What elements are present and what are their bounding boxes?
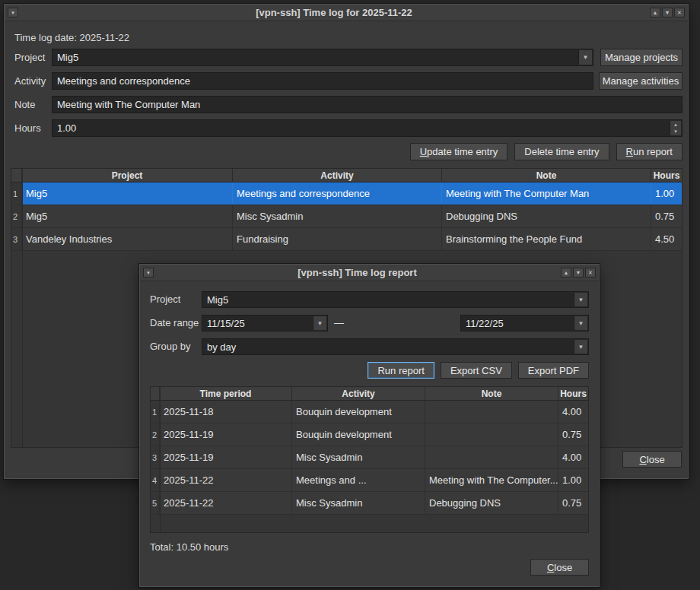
- col-header-note[interactable]: Note: [442, 169, 651, 182]
- window-menu-icon[interactable]: ▾: [143, 268, 154, 278]
- delete-time-entry-label: Delete time entry: [524, 146, 599, 157]
- cell-hours: 0.75: [558, 423, 588, 446]
- date-from-combobox[interactable]: 11/15/25 ▼: [202, 315, 328, 331]
- chevron-down-icon[interactable]: ▼: [574, 293, 587, 306]
- row-number-header: [11, 169, 22, 182]
- cell-project: Mig5: [22, 182, 233, 205]
- table-row[interactable]: 3 Vandeley Industries Fundraising Brains…: [11, 228, 682, 251]
- report-project-combobox-value: Mig5: [207, 294, 228, 306]
- group-by-value: by day: [207, 341, 236, 353]
- cell-time-period: 2025-11-18: [160, 401, 292, 423]
- main-close-button[interactable]: Close: [622, 451, 682, 468]
- spin-up-icon[interactable]: ▲: [670, 121, 681, 128]
- total-hours-label: Total: 10.50 hours: [150, 541, 228, 553]
- shade-icon[interactable]: ▲: [650, 8, 660, 17]
- col-header-hours[interactable]: Hours: [651, 169, 682, 182]
- cell-hours: 4.00: [558, 446, 588, 468]
- activity-input[interactable]: Meetings and correspondence: [52, 72, 593, 90]
- table-row[interactable]: 2 Mig5 Misc Sysadmin Debugging DNS 0.75: [11, 205, 682, 228]
- delete-time-entry-button[interactable]: Delete time entry: [514, 143, 609, 160]
- spinner-buttons: ▲ ▼: [670, 121, 681, 135]
- chevron-down-icon[interactable]: ▼: [313, 316, 326, 330]
- manage-activities-button[interactable]: Manage activities: [599, 72, 682, 90]
- col-header-note[interactable]: Note: [425, 387, 558, 400]
- cell-note: Debugging DNS: [425, 492, 558, 514]
- col-header-project[interactable]: Project: [22, 169, 233, 182]
- cell-note: Debugging DNS: [442, 205, 651, 227]
- shade-icon[interactable]: ▲: [561, 268, 571, 278]
- iconify-icon[interactable]: ▼: [662, 8, 673, 17]
- report-run-report-button[interactable]: Run report: [368, 362, 434, 379]
- iconify-icon[interactable]: ▼: [573, 268, 584, 278]
- table-header-row: Time period Activity Note Hours: [151, 387, 588, 401]
- run-report-label: Run report: [626, 146, 673, 157]
- cell-note: Meeting with The Computer Man: [442, 182, 651, 205]
- cell-note: [425, 423, 558, 446]
- cell-time-period: 2025-11-19: [160, 446, 292, 468]
- desktop: ▾ [vpn-ssh] Time log for 2025-11-22 ▲ ▼ …: [0, 0, 700, 590]
- table-row[interactable]: 1 2025-11-18 Bouquin development 4.00: [151, 401, 588, 423]
- col-header-time-period[interactable]: Time period: [160, 387, 292, 400]
- table-header-row: Project Activity Note Hours: [11, 169, 682, 182]
- export-csv-button[interactable]: Export CSV: [441, 362, 512, 379]
- table-row[interactable]: 2 2025-11-19 Bouquin development 0.75: [151, 423, 588, 446]
- run-report-button[interactable]: Run report: [616, 143, 682, 160]
- cell-project: Mig5: [22, 205, 233, 227]
- cell-activity: Fundraising: [233, 228, 442, 250]
- table-row[interactable]: 3 2025-11-19 Misc Sysadmin 4.00: [151, 446, 588, 469]
- table-row[interactable]: 4 2025-11-22 Meetings and ... Meeting wi…: [151, 469, 588, 492]
- report-window-title: [vpn-ssh] Time log report: [157, 267, 558, 278]
- main-action-buttons: Update time entry Delete time entry Run …: [410, 143, 682, 160]
- cell-activity: Misc Sysadmin: [233, 205, 442, 227]
- date-from-value: 11/15/25: [207, 318, 245, 329]
- row-number: 5: [151, 492, 160, 514]
- report-close-button[interactable]: Close: [530, 559, 589, 576]
- cell-time-period: 2025-11-19: [160, 423, 292, 446]
- table-row[interactable]: 5 2025-11-22 Misc Sysadmin Debugging DNS…: [151, 492, 588, 515]
- window-controls: ▲ ▼ ✕: [561, 268, 596, 278]
- report-project-combobox[interactable]: Mig5 ▼: [202, 291, 589, 308]
- close-icon[interactable]: ✕: [585, 268, 596, 278]
- update-time-entry-label: Update time entry: [420, 146, 498, 157]
- note-input-value: Meeting with The Computer Man: [57, 99, 200, 110]
- main-window-title: [vpn-ssh] Time log for 2025-11-22: [21, 7, 647, 18]
- window-menu-icon[interactable]: ▾: [8, 8, 18, 17]
- activity-label: Activity: [14, 72, 46, 90]
- close-icon[interactable]: ✕: [674, 8, 685, 17]
- main-close-label: Close: [639, 454, 664, 465]
- window-controls: ▲ ▼ ✕: [650, 8, 685, 17]
- col-header-hours[interactable]: Hours: [558, 387, 588, 400]
- project-combobox[interactable]: Mig5 ▼: [52, 49, 593, 66]
- cell-activity: Misc Sysadmin: [292, 446, 425, 468]
- chevron-down-icon[interactable]: ▼: [578, 50, 592, 65]
- row-number: 2: [151, 423, 160, 446]
- date-to-combobox[interactable]: 11/22/25 ▼: [460, 315, 589, 331]
- row-number: 3: [11, 228, 22, 250]
- main-titlebar[interactable]: ▾ [vpn-ssh] Time log for 2025-11-22 ▲ ▼ …: [5, 5, 688, 21]
- chevron-down-icon[interactable]: ▼: [574, 340, 587, 354]
- manage-projects-label: Manage projects: [605, 52, 678, 63]
- manage-activities-label: Manage activities: [603, 75, 679, 87]
- table-row[interactable]: 1 Mig5 Meetings and correspondence Meeti…: [11, 182, 682, 205]
- cell-activity: Bouquin development: [292, 401, 425, 423]
- col-header-activity[interactable]: Activity: [233, 169, 442, 182]
- export-pdf-button[interactable]: Export PDF: [518, 362, 589, 379]
- group-by-combobox[interactable]: by day ▼: [202, 338, 589, 355]
- row-number: 1: [11, 182, 22, 205]
- note-input[interactable]: Meeting with The Computer Man: [52, 96, 682, 113]
- activity-input-value: Meetings and correspondence: [57, 75, 190, 87]
- col-header-activity[interactable]: Activity: [292, 387, 425, 400]
- row-number: 4: [151, 469, 160, 491]
- chevron-down-icon[interactable]: ▼: [574, 316, 587, 330]
- time-log-date-label: Time log date: 2025-11-22: [14, 32, 129, 43]
- cell-hours: 0.75: [651, 205, 682, 227]
- manage-projects-button[interactable]: Manage projects: [600, 49, 682, 66]
- date-to-value: 11/22/25: [466, 318, 504, 329]
- cell-project: Vandeley Industries: [22, 228, 233, 250]
- report-titlebar[interactable]: ▾ [vpn-ssh] Time log report ▲ ▼ ✕: [140, 265, 599, 281]
- cell-hours: 1.00: [651, 182, 682, 205]
- spin-down-icon[interactable]: ▼: [670, 128, 681, 136]
- hours-spinbox[interactable]: 1.00 ▲ ▼: [52, 119, 682, 137]
- cell-note: [425, 446, 558, 468]
- update-time-entry-button[interactable]: Update time entry: [410, 143, 508, 160]
